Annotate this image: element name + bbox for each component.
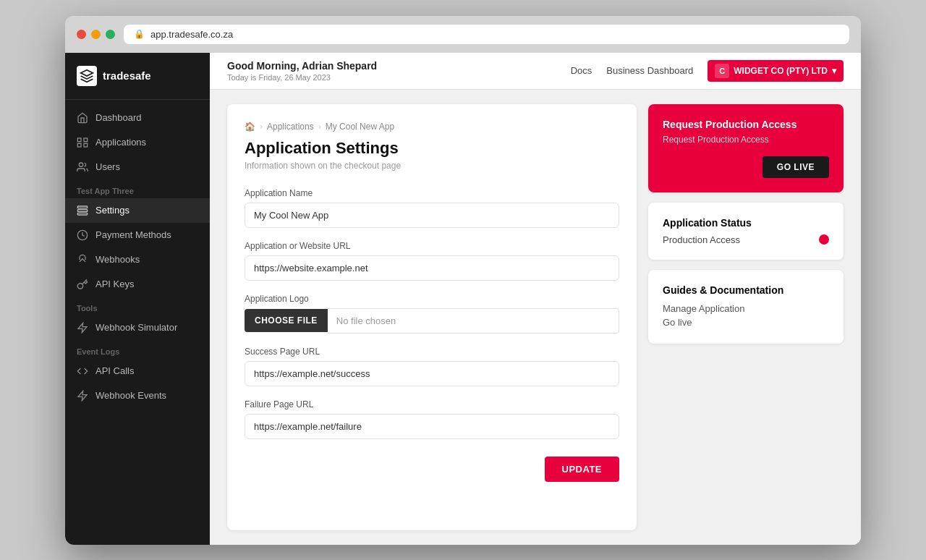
event-logs-label: Event Logs: [65, 340, 210, 359]
app-name-group: Application Name: [245, 188, 619, 228]
logo-icon: [77, 66, 97, 86]
date-text: Today is Friday, 26 May 2023: [227, 73, 377, 82]
payment-icon: [77, 229, 88, 241]
status-row: Production Access: [663, 234, 829, 245]
key-icon: [77, 279, 88, 290]
request-production-widget: Request Production Access Request Produc…: [648, 104, 844, 192]
svg-rect-3: [84, 143, 88, 147]
success-url-group: Success Page URL: [245, 347, 619, 386]
app-url-input[interactable]: [245, 255, 619, 281]
sidebar-nav: Dashboard Applications: [65, 100, 210, 545]
grid-icon: [77, 137, 88, 148]
company-badge[interactable]: C WIDGET CO (PTY) LTD ▾: [708, 60, 844, 82]
settings-icon: [77, 205, 88, 216]
sidebar-item-settings-label: Settings: [95, 205, 129, 216]
sidebar-item-webhooks[interactable]: Webhooks: [65, 247, 210, 272]
logo-text: tradesafe: [103, 69, 151, 82]
top-bar: Good Morning, Adrian Shepard Today is Fr…: [210, 53, 861, 90]
sidebar-item-users[interactable]: Users: [65, 155, 210, 179]
chevron-down-icon: ▾: [832, 66, 836, 76]
success-url-input[interactable]: [245, 361, 619, 386]
status-label: Production Access: [663, 234, 740, 245]
active-section-label: Test App Three: [65, 179, 210, 198]
sidebar-logo: tradesafe: [65, 53, 210, 100]
failure-url-group: Failure Page URL: [245, 399, 619, 439]
svg-rect-0: [77, 138, 81, 142]
success-url-label: Success Page URL: [245, 347, 619, 357]
sidebar-item-payment-methods[interactable]: Payment Methods: [65, 223, 210, 247]
breadcrumb: 🏠 › Applications › My Cool New App: [245, 122, 619, 132]
file-input-row: CHOOSE FILE No file chosen: [245, 308, 619, 334]
guide-link-0[interactable]: Manage Application: [663, 302, 829, 315]
breadcrumb-current: My Cool New App: [326, 122, 394, 132]
webhook-events-icon: [77, 390, 88, 402]
guides-widget: Guides & Documentation Manage Applicatio…: [648, 270, 844, 344]
file-name-text: No file chosen: [328, 308, 619, 334]
sidebar-item-webhook-simulator[interactable]: Webhook Simulator: [65, 315, 210, 340]
go-live-button[interactable]: GO LIVE: [763, 156, 829, 178]
sidebar: tradesafe Dashboard Applications: [65, 53, 210, 545]
main-content: Good Morning, Adrian Shepard Today is Fr…: [210, 53, 861, 545]
request-production-title: Request Production Access: [663, 119, 829, 130]
svg-rect-2: [77, 143, 81, 147]
sidebar-item-api-keys-label: API Keys: [95, 279, 134, 289]
browser-chrome: 🔒 app.tradesafe.co.za: [65, 16, 861, 53]
address-bar[interactable]: 🔒 app.tradesafe.co.za: [124, 25, 849, 44]
breadcrumb-home-icon[interactable]: 🏠: [245, 122, 255, 132]
right-sidebar: Request Production Access Request Produc…: [648, 104, 844, 530]
business-dashboard-link[interactable]: Business Dashboard: [606, 65, 693, 76]
greeting-block: Good Morning, Adrian Shepard Today is Fr…: [227, 60, 377, 82]
sidebar-item-applications-label: Applications: [95, 137, 146, 148]
form-actions: UPDATE: [245, 457, 619, 482]
greeting-text: Good Morning, Adrian Shepard: [227, 60, 377, 72]
guides-title: Guides & Documentation: [663, 284, 829, 296]
failure-url-label: Failure Page URL: [245, 399, 619, 410]
sidebar-item-api-keys[interactable]: API Keys: [65, 272, 210, 297]
choose-file-button[interactable]: CHOOSE FILE: [245, 309, 328, 332]
sidebar-item-users-label: Users: [95, 161, 120, 172]
page-subtitle: Information shown on the checkout page: [245, 161, 619, 171]
close-button[interactable]: [77, 30, 86, 39]
sidebar-item-webhook-sim-label: Webhook Simulator: [95, 322, 177, 333]
company-name: WIDGET CO (PTY) LTD: [734, 66, 828, 76]
update-button[interactable]: UPDATE: [545, 457, 619, 482]
sidebar-item-settings[interactable]: Settings: [65, 198, 210, 223]
sidebar-item-webhooks-label: Webhooks: [95, 254, 140, 265]
sidebar-item-payment-label: Payment Methods: [95, 229, 171, 240]
content-area: 🏠 › Applications › My Cool New App Appli…: [210, 90, 861, 545]
api-calls-icon: [77, 365, 88, 377]
guide-link-1[interactable]: Go live: [663, 315, 829, 329]
app-logo-label: Application Logo: [245, 294, 619, 304]
svg-rect-7: [77, 213, 87, 215]
request-production-subtitle: Request Production Access: [663, 135, 829, 145]
home-icon: [77, 112, 88, 124]
lock-icon: 🔒: [134, 29, 145, 39]
application-status-widget: Application Status Production Access: [648, 203, 844, 260]
page-title: Application Settings: [245, 139, 619, 158]
maximize-button[interactable]: [106, 30, 115, 39]
breadcrumb-applications[interactable]: Applications: [267, 122, 314, 132]
app-logo-group: Application Logo CHOOSE FILE No file cho…: [245, 294, 619, 334]
app-name-label: Application Name: [245, 188, 619, 198]
sidebar-item-api-calls[interactable]: API Calls: [65, 359, 210, 383]
svg-point-4: [79, 163, 82, 166]
sidebar-item-applications[interactable]: Applications: [65, 130, 210, 155]
simulator-icon: [77, 322, 88, 334]
sidebar-item-webhook-events-label: Webhook Events: [95, 390, 166, 401]
failure-url-input[interactable]: [245, 414, 619, 439]
sidebar-item-dashboard-label: Dashboard: [95, 112, 142, 123]
company-initial: C: [715, 64, 729, 78]
sidebar-item-api-calls-label: API Calls: [95, 365, 134, 376]
users-icon: [77, 161, 88, 173]
svg-rect-6: [77, 209, 87, 211]
guides-list: Manage Application Go live: [663, 302, 829, 329]
status-indicator: [819, 234, 829, 245]
top-bar-right: Docs Business Dashboard C WIDGET CO (PTY…: [571, 60, 844, 82]
sidebar-item-webhook-events[interactable]: Webhook Events: [65, 383, 210, 408]
docs-link[interactable]: Docs: [571, 65, 592, 76]
traffic-lights: [77, 30, 115, 39]
minimize-button[interactable]: [91, 30, 101, 39]
app-name-input[interactable]: [245, 203, 619, 228]
url-text: app.tradesafe.co.za: [150, 29, 233, 40]
sidebar-item-dashboard[interactable]: Dashboard: [65, 106, 210, 130]
